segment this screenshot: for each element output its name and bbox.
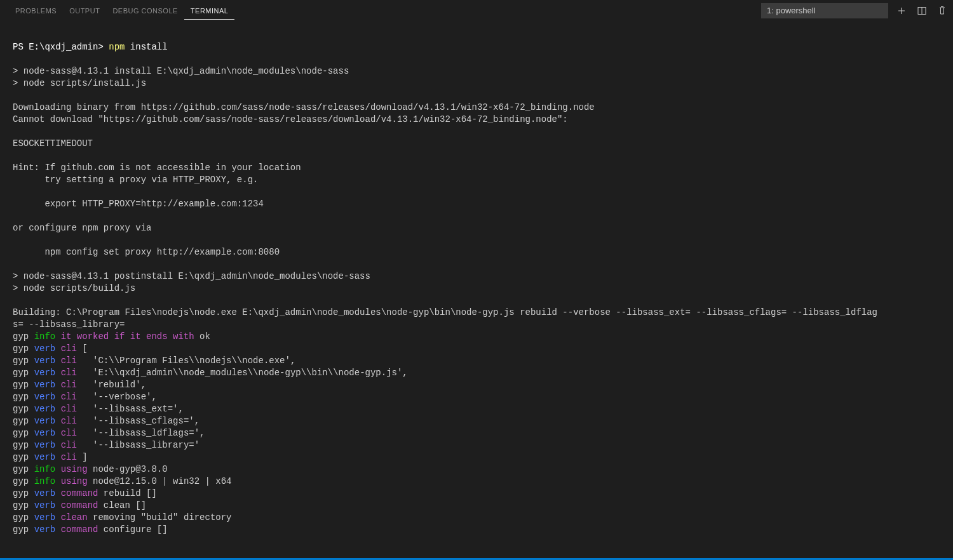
tab-debug-console[interactable]: DEBUG CONSOLE [106, 1, 184, 20]
terminal-line: gyp verb command clean [] [13, 500, 146, 510]
terminal-line: gyp verb cli '--libsass_cflags=', [13, 416, 199, 426]
terminal-line: Downloading binary from https://github.c… [13, 102, 595, 112]
split-terminal-button[interactable] [915, 4, 929, 18]
terminal-line: gyp verb cli '--libsass_library=' [13, 440, 199, 450]
terminal-line: gyp verb cli ] [13, 452, 88, 462]
panel-tab-bar: PROBLEMS OUTPUT DEBUG CONSOLE TERMINAL 1… [0, 0, 953, 22]
terminal-line: gyp verb cli 'E:\\qxdj_admin\\node_modul… [13, 368, 408, 378]
terminal-line: gyp verb cli [ [13, 343, 88, 354]
terminal-line: > node scripts/build.js [13, 283, 135, 293]
terminal-line: ESOCKETTIMEDOUT [13, 138, 93, 149]
terminal-line: gyp verb cli '--libsass_ldflags=', [13, 428, 205, 438]
new-terminal-button[interactable] [895, 4, 909, 18]
tab-terminal[interactable]: TERMINAL [184, 1, 235, 20]
terminal-selector-value: 1: powershell [767, 6, 816, 15]
terminal-line: npm config set proxy http://example.com:… [13, 247, 280, 257]
terminal-line: Building: C:\Program Files\nodejs\node.e… [13, 307, 877, 317]
tab-output[interactable]: OUTPUT [63, 1, 106, 20]
terminal-line: gyp verb clean removing "build" director… [13, 512, 232, 523]
terminal-output[interactable]: PS E:\qxdj_admin> npm install > node-sas… [0, 22, 953, 558]
terminal-line: > node scripts/install.js [13, 78, 146, 88]
terminal-line: export HTTP_PROXY=http://example.com:123… [13, 199, 264, 209]
terminal-line: Cannot download "https://github.com/sass… [13, 114, 568, 124]
terminal-line: gyp verb command rebuild [] [13, 488, 157, 498]
terminal-line: PS E:\qxdj_admin> npm install [13, 42, 168, 52]
terminal-line: gyp verb cli 'rebuild', [13, 380, 146, 390]
terminal-line: Hint: If github.com is not accessible in… [13, 163, 301, 173]
terminal-line: gyp verb cli 'C:\\Program Files\\nodejs\… [13, 356, 295, 366]
terminal-line: gyp info using node-gyp@3.8.0 [13, 464, 168, 474]
terminal-selector-dropdown[interactable]: 1: powershell [761, 3, 888, 18]
terminal-line: > node-sass@4.13.1 install E:\qxdj_admin… [13, 66, 349, 76]
terminal-line: gyp verb cli '--libsass_ext=', [13, 404, 184, 414]
terminal-line: try setting a proxy via HTTP_PROXY, e.g. [13, 175, 258, 185]
terminal-line: gyp info using node@12.15.0 | win32 | x6… [13, 476, 232, 486]
panel-actions: 1: powershell [761, 3, 953, 18]
tab-problems[interactable]: PROBLEMS [9, 1, 63, 20]
panel-tabs: PROBLEMS OUTPUT DEBUG CONSOLE TERMINAL [9, 1, 234, 20]
terminal-line: gyp info it worked if it ends with ok [13, 331, 210, 342]
terminal-line: gyp verb cli '--verbose', [13, 392, 157, 402]
terminal-line: > node-sass@4.13.1 postinstall E:\qxdj_a… [13, 271, 370, 281]
terminal-line: gyp verb command configure [] [13, 524, 168, 535]
kill-terminal-button[interactable] [935, 4, 949, 18]
terminal-line: s= --libsass_library= [13, 319, 125, 330]
terminal-line: or configure npm proxy via [13, 223, 151, 233]
